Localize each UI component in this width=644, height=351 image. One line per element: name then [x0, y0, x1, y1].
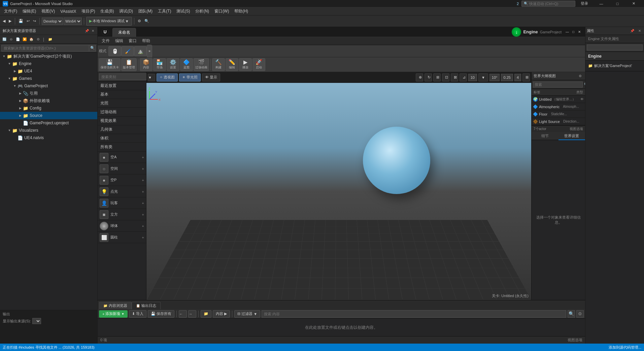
build-btn[interactable]: 🔨 构建	[212, 58, 225, 71]
vs-property-search-input[interactable]	[587, 44, 643, 51]
quick-launch-input[interactable]	[529, 2, 570, 6]
toolbar-undo[interactable]: ↩	[25, 17, 31, 26]
tree-item-natvis[interactable]: ▶ 📄 UE4.natvis	[0, 134, 97, 141]
angle-size[interactable]: 10°	[489, 74, 500, 81]
grid-down-btn[interactable]: ▼	[478, 73, 488, 82]
cb-folder-btn[interactable]: 📁	[201, 310, 211, 318]
category-basic[interactable]: 基本	[98, 90, 146, 99]
details-tab2[interactable]: 世界设置	[558, 132, 585, 140]
menu-debug[interactable]: 调试(D)	[116, 7, 136, 15]
se-new-solution-btn[interactable]: 📁	[46, 36, 54, 42]
menu-window[interactable]: 窗口(W)	[212, 7, 232, 15]
close-button[interactable]: ✕	[626, 0, 641, 7]
scale-btn[interactable]: ⊞	[433, 73, 441, 82]
place-item-point-light[interactable]: 💡 点光 +	[98, 186, 146, 197]
add-point-light[interactable]: +	[142, 190, 144, 194]
add-to-source-control[interactable]: 添加到源代码管理...	[609, 345, 641, 350]
cb-forward-btn[interactable]: →	[188, 310, 196, 318]
place-item-empty-p[interactable]: ● 空P +	[98, 174, 146, 186]
menu-tools[interactable]: 工具(T)	[155, 7, 174, 15]
toolbar-redo[interactable]: ↪	[32, 17, 37, 26]
place-search-input[interactable]	[99, 73, 150, 80]
content-search-input[interactable]	[262, 310, 566, 318]
category-geometry[interactable]: 几何体	[98, 125, 146, 134]
run-button[interactable]: ▶ 本地 Windows 调试 ▼	[86, 17, 132, 26]
menu-project[interactable]: 项目(P)	[79, 7, 98, 15]
surface-btn[interactable]: ⊠	[451, 73, 458, 82]
menu-team[interactable]: 团队(M)	[136, 7, 155, 15]
menu-file[interactable]: 文件(F)	[1, 7, 20, 15]
tree-item-visualizers[interactable]: ▼ 📁 Visualizers	[0, 127, 97, 134]
outliner-search-input[interactable]	[533, 82, 583, 88]
marketplace-btn[interactable]: 🏪 市场	[153, 58, 166, 71]
scale-size[interactable]: 0.25	[501, 74, 513, 81]
place-item-empty-a[interactable]: ● 空A +	[98, 152, 146, 163]
ue-menu-file[interactable]: 文件	[99, 37, 112, 45]
filter-btn[interactable]: ⊟ 过滤器 ▼	[234, 310, 260, 318]
ue-menu-window[interactable]: 窗口	[126, 37, 139, 45]
ue-maximize-btn[interactable]: □	[570, 29, 576, 35]
login-link[interactable]: 登录	[581, 1, 588, 6]
save-all-btn[interactable]: 💾 保存所有	[148, 310, 174, 318]
tree-item-uproject[interactable]: ▶ 📄 GameProject.uproject	[0, 119, 97, 127]
place-item-cylinder[interactable]: ⬜ 圆柱 +	[98, 232, 146, 243]
category-all[interactable]: 所有类	[98, 143, 146, 152]
tree-item-engine[interactable]: ▼ 📁 Engine	[0, 60, 97, 67]
category-volume[interactable]: 体积	[98, 134, 146, 143]
view-options-btn[interactable]: 视图选项	[570, 127, 583, 131]
settings-btn[interactable]: ⚙️ 设置	[167, 58, 179, 71]
add-space[interactable]: +	[142, 167, 144, 171]
toolbar-forward[interactable]: ▶	[7, 17, 13, 26]
vs-solution-item[interactable]: 📁 解决方案'GameProject'	[585, 61, 644, 71]
vs-pin-btn[interactable]: 📌	[629, 28, 635, 34]
toolbar-save[interactable]: 💾	[17, 17, 25, 26]
add-actor-a[interactable]: +	[142, 155, 144, 159]
menu-build[interactable]: 生成(B)	[98, 7, 116, 15]
category-light[interactable]: 光照	[98, 99, 146, 108]
launch-btn[interactable]: 🚀 启动	[252, 58, 265, 71]
add-cube[interactable]: +	[142, 213, 144, 217]
place-item-cube[interactable]: ■ 立方 +	[98, 209, 146, 220]
visibility-icon[interactable]: 👁	[580, 97, 584, 101]
grid-size[interactable]: 10	[468, 74, 477, 81]
add-player[interactable]: +	[142, 201, 144, 205]
category-cinematic[interactable]: 过场动画	[98, 108, 146, 117]
solution-search-input[interactable]	[1, 45, 89, 52]
details-tab1[interactable]: 细节	[532, 132, 558, 140]
content-btn[interactable]: 📦 内容	[140, 58, 152, 71]
outliner-item-untitled[interactable]: 🌍 Untitled （编辑世界...） 👁	[532, 96, 585, 103]
platform-select[interactable]: Win64	[64, 18, 82, 25]
se-props-btn[interactable]: 📄	[15, 36, 21, 42]
toolbar-extra[interactable]: ⚙	[136, 17, 142, 26]
show-btn[interactable]: 👁 显示	[202, 73, 220, 82]
transform-btn[interactable]: ⊕	[416, 73, 423, 82]
camera-speed[interactable]: 4	[514, 74, 521, 81]
se-collapse-btn[interactable]: ⊖	[8, 36, 14, 42]
ue-menu-help[interactable]: 帮助	[139, 37, 153, 45]
mode-expand-btn[interactable]: »	[147, 45, 152, 58]
tree-item-references[interactable]: ▶ 📎 引用	[0, 90, 97, 97]
toolbar-extra2[interactable]: 🔍	[143, 17, 150, 26]
category-visual[interactable]: 视觉效果	[98, 117, 146, 125]
add-sphere[interactable]: +	[142, 224, 144, 228]
outliner-item-light[interactable]: 🔆 Light Source Direction...	[532, 118, 585, 125]
cb-back-btn[interactable]: ←	[179, 310, 187, 318]
local-btn[interactable]: ⊡	[442, 73, 449, 82]
cb-content-btn[interactable]: 内容 ▶	[213, 310, 230, 318]
mode-select-btn[interactable]: 🖱️	[108, 46, 121, 56]
toolbar-back[interactable]: ◀	[1, 17, 7, 26]
source-control-btn[interactable]: 📋 版本管理	[121, 58, 137, 71]
blueprint-btn[interactable]: 🔷 蓝图	[180, 58, 193, 71]
camera-btn[interactable]: ⊿	[460, 73, 467, 82]
mode-paint-btn[interactable]: 🖌️	[121, 46, 134, 56]
menu-vassistx[interactable]: VAssistX	[58, 7, 79, 15]
outliner-view-options-btn[interactable]: ⚙	[577, 73, 583, 79]
menu-analyze[interactable]: 分析(N)	[193, 7, 212, 15]
play-btn[interactable]: ▶ 播放	[239, 58, 252, 71]
se-filter-btn[interactable]: 🔽	[22, 36, 28, 42]
vs-close-panel-btn[interactable]: ✕	[637, 28, 643, 34]
lit-btn[interactable]: ☀ 带光照	[179, 73, 201, 82]
tree-item-ue4[interactable]: ▶ 📁 UE4	[0, 67, 97, 75]
ue-close-btn[interactable]: ✕	[576, 29, 582, 35]
tree-item-solution[interactable]: ▼ 📁 解决方案'GameProject'(2个项目)	[0, 53, 97, 60]
